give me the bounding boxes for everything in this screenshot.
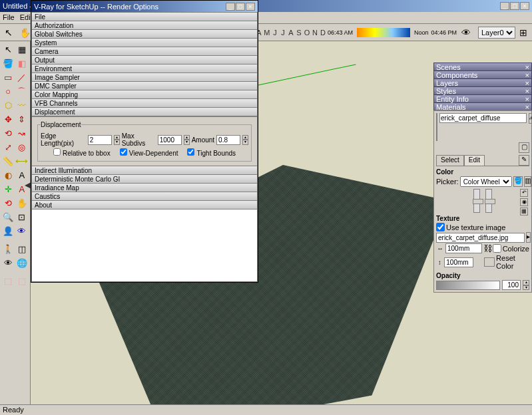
zoom-icon[interactable]: 🔍 bbox=[1, 210, 15, 224]
vray-minimize-button[interactable]: _ bbox=[226, 3, 235, 11]
scale-icon[interactable]: ⤢ bbox=[1, 140, 15, 154]
color-box-icon[interactable]: ▦ bbox=[520, 208, 528, 215]
select-icon[interactable]: ↖ bbox=[1, 25, 17, 40]
vray-section-vfb-channels[interactable]: VFB Channels bbox=[31, 98, 258, 108]
orbit-icon[interactable]: ⟲ bbox=[1, 196, 15, 210]
tight-bounds-checkbox[interactable] bbox=[187, 148, 194, 156]
use-texture-checkbox[interactable] bbox=[436, 223, 445, 231]
google-earth-icon[interactable]: 🌐 bbox=[15, 256, 29, 270]
opacity-spinner[interactable]: ▴▾ bbox=[523, 280, 529, 290]
position-camera-icon[interactable]: 👤 bbox=[1, 224, 15, 238]
vray-section-displacement[interactable]: Displacement bbox=[31, 107, 258, 116]
match-color-icon[interactable]: 🪣 bbox=[513, 176, 523, 187]
vray-pointer-icon: ◀ bbox=[25, 180, 31, 190]
reset-color-swatch[interactable] bbox=[484, 257, 495, 267]
max-subdivs-spinner[interactable]: ▴▾ bbox=[184, 135, 190, 145]
material-name-input[interactable] bbox=[439, 113, 527, 123]
dimension-icon[interactable]: ⟷ bbox=[15, 154, 29, 168]
texture-height-input[interactable] bbox=[444, 257, 473, 267]
vray-maximize-button[interactable]: □ bbox=[236, 3, 245, 11]
vray-section-about[interactable]: About bbox=[31, 200, 258, 209]
colorize-checkbox[interactable] bbox=[493, 244, 501, 253]
get-models-icon[interactable]: ⬚ bbox=[1, 274, 15, 288]
picker-select[interactable]: Color Wheel bbox=[460, 176, 512, 187]
vray-section-environment[interactable]: Environment bbox=[31, 64, 258, 73]
maximize-button[interactable]: □ bbox=[510, 2, 519, 10]
picker-label: Picker: bbox=[436, 178, 459, 186]
amount-spinner[interactable]: ▴▾ bbox=[242, 135, 248, 145]
pushpull-icon[interactable]: ⇕ bbox=[15, 112, 29, 126]
vray-section-color-mapping[interactable]: Color Mapping bbox=[31, 90, 258, 99]
vray-section-irradiance-map[interactable]: Irradiance Map bbox=[31, 183, 258, 192]
undo-color-icon[interactable]: ↶ bbox=[520, 189, 528, 197]
pan-icon[interactable]: ✋ bbox=[15, 196, 29, 210]
vray-close-button[interactable]: × bbox=[246, 3, 255, 11]
zoom-extents-icon[interactable]: ⊡ bbox=[15, 210, 29, 224]
axes-icon[interactable]: ✛ bbox=[1, 182, 15, 196]
relative-bbox-checkbox[interactable] bbox=[53, 148, 61, 156]
eraser-icon[interactable]: ◧ bbox=[15, 57, 29, 70]
arc-icon[interactable]: ⌒ bbox=[15, 84, 29, 98]
amount-input[interactable] bbox=[216, 135, 240, 145]
protractor-icon[interactable]: ◐ bbox=[1, 168, 15, 182]
freehand-icon[interactable]: 〰 bbox=[15, 98, 29, 112]
color-wheel-icon[interactable]: ◉ bbox=[520, 198, 528, 206]
paint-bucket-icon[interactable]: 🪣 bbox=[1, 57, 15, 70]
followme-icon[interactable]: ↝ bbox=[15, 126, 29, 140]
vray-section-indirect-illumination[interactable]: Indirect Illumination bbox=[31, 166, 258, 175]
tab-select[interactable]: Select bbox=[436, 155, 464, 166]
vray-section-image-sampler[interactable]: Image Sampler bbox=[31, 72, 258, 82]
opacity-input[interactable] bbox=[502, 280, 521, 290]
polygon-icon[interactable]: ⬡ bbox=[1, 98, 15, 112]
vray-section-system[interactable]: System bbox=[31, 38, 258, 47]
layer-select[interactable]: Layer0 bbox=[478, 27, 515, 39]
minimize-button[interactable]: _ bbox=[500, 2, 509, 10]
eyedropper-icon[interactable]: ✎ bbox=[519, 155, 529, 166]
vray-displacement-panel: Displacement Edge Length(pix) ▴▾ Max Sub… bbox=[31, 116, 258, 166]
max-subdivs-input[interactable] bbox=[158, 135, 182, 145]
menu-file[interactable]: File bbox=[3, 13, 15, 22]
time-slider[interactable] bbox=[357, 28, 410, 37]
layer-manager-icon[interactable]: ⊞ bbox=[515, 25, 531, 40]
material-thumbnail[interactable] bbox=[436, 113, 437, 141]
layer-visibility-icon[interactable]: 👁 bbox=[458, 25, 474, 40]
vray-section-global-switches[interactable]: Global Switches bbox=[31, 29, 258, 39]
section-icon[interactable]: ◫ bbox=[15, 242, 29, 256]
vray-section-dmc-gi[interactable]: Deterministic Monte Carlo GI bbox=[31, 174, 258, 184]
tab-edit[interactable]: Edit bbox=[464, 155, 485, 166]
vray-section-dmc-sampler[interactable]: DMC Sampler bbox=[31, 81, 258, 90]
vray-section-caustics[interactable]: Caustics bbox=[31, 192, 258, 201]
view-dependent-checkbox[interactable] bbox=[120, 148, 127, 156]
circle-icon[interactable]: ○ bbox=[1, 84, 15, 98]
create-material-icon[interactable]: ▢ bbox=[519, 142, 529, 153]
edge-length-input[interactable] bbox=[88, 135, 112, 145]
select-tool-icon[interactable]: ↖ bbox=[1, 43, 15, 57]
line-icon[interactable]: ／ bbox=[15, 70, 29, 84]
close-button[interactable]: × bbox=[520, 2, 529, 10]
vray-section-output[interactable]: Output bbox=[31, 55, 258, 65]
edge-length-spinner[interactable]: ▴▾ bbox=[114, 135, 120, 145]
vray-section-camera[interactable]: Camera bbox=[31, 47, 258, 56]
material-display-icon[interactable]: ஃ bbox=[529, 113, 532, 124]
vray-section-file[interactable]: File bbox=[31, 12, 258, 21]
look-around-icon[interactable]: 👁 bbox=[15, 224, 29, 238]
opacity-slider[interactable] bbox=[436, 281, 500, 290]
walk-icon[interactable]: 🚶 bbox=[1, 242, 15, 256]
move-icon[interactable]: ✥ bbox=[1, 112, 15, 126]
vray-section-authorization[interactable]: Authorization bbox=[31, 21, 258, 30]
color-slider-2[interactable] bbox=[485, 189, 492, 213]
browse-texture-icon[interactable]: ▸ bbox=[526, 232, 531, 243]
share-model-icon[interactable]: ⬚ bbox=[15, 274, 29, 288]
vray-dialog-titlebar[interactable]: V-Ray for SketchUp -- Render Options _ □… bbox=[31, 1, 258, 13]
link-icon[interactable]: ⛓ bbox=[483, 243, 491, 253]
offset-icon[interactable]: ◎ bbox=[15, 140, 29, 154]
rotate-icon[interactable]: ⟲ bbox=[1, 126, 15, 140]
tape-icon[interactable]: 📏 bbox=[1, 154, 15, 168]
texture-width-input[interactable] bbox=[445, 243, 482, 253]
rectangle-icon[interactable]: ▭ bbox=[1, 70, 15, 84]
color-slider-1[interactable] bbox=[473, 189, 480, 213]
texture-file-input[interactable] bbox=[436, 233, 525, 243]
display-section-icon[interactable]: 👁 bbox=[1, 256, 15, 270]
make-component-icon[interactable]: ▦ bbox=[15, 43, 29, 57]
match-screen-icon[interactable]: ▥ bbox=[524, 176, 531, 187]
